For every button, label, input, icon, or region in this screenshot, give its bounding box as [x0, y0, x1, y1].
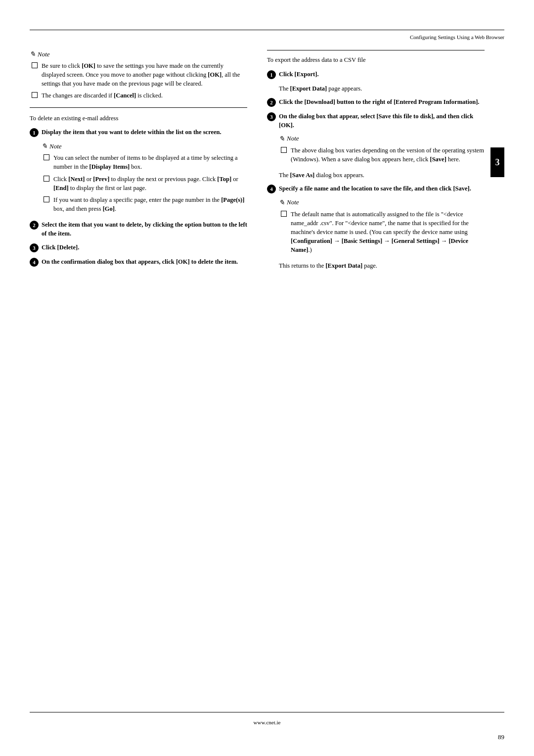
- export-step3-note-label: Note: [287, 135, 299, 142]
- right-column-container: To export the address data to a CSV file…: [267, 50, 504, 275]
- delete-note-checkbox-2: [44, 176, 49, 182]
- right-column: To export the address data to a CSV file…: [267, 50, 485, 271]
- delete-note-item-text-2: Click [Next] or [Prev] to display the ne…: [53, 175, 247, 192]
- step-num-1: 1: [30, 128, 39, 137]
- tab-marker: 3: [490, 147, 504, 177]
- delete-note-item-2: Click [Next] or [Prev] to display the ne…: [42, 175, 247, 192]
- export-step-3: 3 On the dialog box that appear, select …: [267, 112, 485, 130]
- export-step3-note-icon: ✎: [279, 135, 285, 143]
- delete-note-title: ✎ Note: [42, 142, 247, 150]
- export-step-num-3: 3: [267, 112, 276, 121]
- page: Configuring Settings Using a Web Browser…: [0, 0, 534, 756]
- delete-note-icon: ✎: [42, 142, 47, 150]
- delete-note-item-1: You can select the number of items to be…: [42, 153, 247, 171]
- delete-note-item-3: If you want to display a specific page, …: [42, 195, 247, 213]
- export-step-num-2: 2: [267, 98, 276, 107]
- note-label-1: Note: [38, 50, 50, 58]
- export-step3-note-title: ✎ Note: [279, 135, 485, 143]
- delete-step-3: 3 Click [Delete].: [30, 243, 247, 252]
- step-num-4: 4: [30, 258, 39, 267]
- delete-section-label: To delete an existing e-mail address: [30, 114, 247, 123]
- delete-label-text: To delete an existing e-mail address: [30, 115, 118, 122]
- export-step-1-sub: The [Export Data] page appears.: [267, 84, 485, 94]
- step-num-2: 2: [30, 221, 39, 230]
- delete-step-1: 1 Display the item that you want to dele…: [30, 128, 247, 137]
- export-step-4: 4 Specify a file name and the location t…: [267, 184, 485, 193]
- note-item-text-2: The changes are discarded if [Cancel] is…: [42, 91, 247, 100]
- left-column: ✎ Note Be sure to click [OK] to save the…: [30, 50, 247, 275]
- export-step3-note-checkbox-1: [281, 147, 287, 153]
- note-section-1: ✎ Note Be sure to click [OK] to save the…: [30, 50, 247, 100]
- export-step4-note-icon: ✎: [279, 198, 285, 207]
- content-area: ✎ Note Be sure to click [OK] to save the…: [30, 50, 504, 275]
- page-number-text: 89: [498, 733, 504, 741]
- export-step-3-sub: The [Save As] dialog box appears.: [267, 171, 485, 180]
- footer-url: www.cnet.ie: [254, 719, 281, 725]
- page-number: 89: [498, 733, 504, 741]
- delete-step-2-text: Select the item that you want to delete,…: [42, 220, 247, 238]
- export-step-num-1: 1: [267, 70, 276, 79]
- note-item-1: Be sure to click [OK] to save the settin…: [30, 61, 247, 88]
- header-title: Configuring Settings Using a Web Browser: [410, 34, 504, 40]
- export-step3-note: ✎ Note The above dialog box varies depen…: [267, 135, 485, 164]
- export-step-1-text: Click [Export].: [279, 70, 485, 79]
- export-section: To export the address data to a CSV file…: [267, 50, 485, 271]
- export-step-4-text: Specify a file name and the location to …: [279, 184, 485, 193]
- export-step-2: 2 Click the [Download] button to the rig…: [267, 97, 485, 107]
- delete-step-4: 4 On the confirmation dialog box that ap…: [30, 257, 247, 267]
- delete-note-checkbox-1: [44, 154, 49, 160]
- export-step4-note-label: Note: [287, 198, 299, 206]
- footer-line: [30, 712, 504, 712]
- export-step3-note-text-1: The above dialog box varies depending on…: [291, 146, 485, 164]
- footer-content: www.cnet.ie: [0, 718, 534, 726]
- delete-step-3-text: Click [Delete].: [42, 243, 247, 252]
- checkbox-1: [32, 62, 38, 68]
- checkbox-2: [32, 92, 38, 98]
- tab-marker-number: 3: [495, 157, 500, 168]
- export-step-num-4: 4: [267, 185, 276, 193]
- delete-note-item-text-3: If you want to display a specific page, …: [53, 195, 247, 213]
- export-step4-note-item-1: The default name that is automatically a…: [279, 210, 485, 255]
- export-step3-note-item-1: The above dialog box varies depending on…: [279, 146, 485, 164]
- export-section-label: To export the address data to a CSV file: [267, 55, 485, 65]
- step-num-3: 3: [30, 243, 39, 252]
- delete-step-1-text: Display the item that you want to delete…: [42, 128, 247, 137]
- note-item-2: The changes are discarded if [Cancel] is…: [30, 91, 247, 100]
- delete-note-label: Note: [49, 142, 62, 150]
- export-step4-note-text-1: The default name that is automatically a…: [291, 210, 485, 255]
- section-divider-1: [30, 107, 247, 108]
- header-text: Configuring Settings Using a Web Browser: [30, 34, 504, 40]
- export-step4-note-checkbox-1: [281, 211, 287, 217]
- export-label-text: To export the address data to a CSV file: [267, 56, 366, 63]
- export-step4-note: ✎ Note The default name that is automati…: [267, 198, 485, 255]
- export-step-2-text: Click the [Download] button to the right…: [279, 97, 485, 106]
- header-line: [30, 30, 504, 30]
- note-item-text-1: Be sure to click [OK] to save the settin…: [42, 61, 247, 88]
- export-step-1: 1 Click [Export].: [267, 70, 485, 79]
- delete-step-4-text: On the confirmation dialog box that appe…: [42, 257, 247, 266]
- delete-note-checkbox-3: [44, 196, 49, 202]
- export-step-4-sub: This returns to the [Export Data] page.: [267, 261, 485, 271]
- delete-note-section: ✎ Note You can select the number of item…: [30, 142, 247, 213]
- note-title-1: ✎ Note: [30, 50, 247, 58]
- delete-note-item-text-1: You can select the number of items to be…: [53, 153, 247, 171]
- delete-step-2: 2 Select the item that you want to delet…: [30, 220, 247, 238]
- export-step4-note-title: ✎ Note: [279, 198, 485, 207]
- note-icon-1: ✎: [30, 50, 36, 58]
- export-step-3-text: On the dialog box that appear, select [S…: [279, 112, 485, 130]
